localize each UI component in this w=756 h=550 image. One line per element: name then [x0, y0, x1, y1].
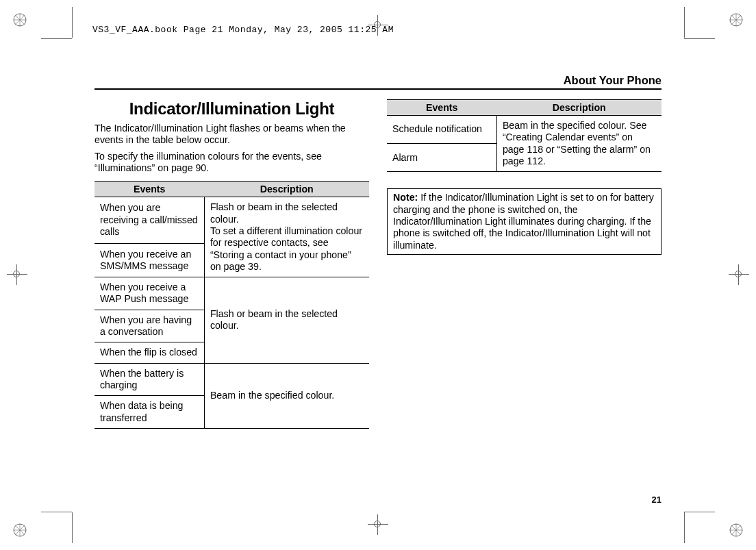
crop-hairline-icon: [41, 38, 72, 39]
crop-hairline-icon: [684, 7, 685, 38]
event-cell: When the flip is closed: [94, 342, 204, 363]
event-cell: Alarm: [387, 144, 496, 172]
description-cell: Flash or beam in the selected colour.: [204, 277, 369, 364]
page-content: About Your Phone Indicator/Illumination …: [94, 74, 662, 502]
note-body: If the Indicator/Illumination Light is s…: [393, 192, 654, 250]
event-cell: When you are receiving a call/missed cal…: [94, 197, 204, 243]
note-label: Note:: [393, 192, 418, 203]
crop-mark-icon: [7, 264, 27, 285]
events-table-left: Events Description When you are receivin…: [94, 181, 369, 429]
page-heading: Indicator/Illumination Light: [94, 99, 369, 118]
description-cell: Flash or beam in the selected colour. To…: [204, 197, 369, 277]
description-cell: Beam in the specified colour. See “Creat…: [496, 116, 662, 172]
intro-paragraph: The Indicator/Illumination Light flashes…: [94, 123, 369, 147]
registration-mark-icon: [729, 523, 744, 538]
note-box: Note: If the Indicator/Illumination Ligh…: [387, 188, 662, 255]
page-number: 21: [652, 495, 662, 505]
registration-mark-icon: [729, 12, 744, 27]
table-header-description: Description: [204, 182, 369, 197]
event-cell: When you receive an SMS/MMS message: [94, 243, 204, 277]
crop-hairline-icon: [72, 512, 73, 543]
crop-mark-icon: [729, 264, 749, 285]
table-header-description: Description: [496, 100, 662, 116]
right-column: Events Description Schedule notification…: [387, 99, 662, 429]
event-cell: When you are having a conversation: [94, 310, 204, 342]
event-cell: When you receive a WAP Push message: [94, 277, 204, 310]
crop-hairline-icon: [684, 512, 685, 543]
left-column: Indicator/Illumination Light The Indicat…: [94, 99, 369, 429]
section-header: About Your Phone: [94, 74, 662, 90]
event-cell: When data is being transferred: [94, 396, 204, 429]
events-table-right: Events Description Schedule notification…: [387, 99, 662, 172]
event-cell: Schedule notification: [387, 116, 496, 144]
crop-hairline-icon: [72, 7, 73, 38]
intro-paragraph: To specify the illumination colours for …: [94, 151, 369, 175]
registration-mark-icon: [12, 523, 27, 538]
crop-hairline-icon: [684, 38, 715, 39]
crop-hairline-icon: [41, 512, 72, 512]
crop-hairline-icon: [684, 512, 715, 512]
event-cell: When the battery is charging: [94, 363, 204, 396]
document-header-line: VS3_VF_AAA.book Page 21 Monday, May 23, …: [92, 25, 394, 35]
registration-mark-icon: [12, 12, 27, 27]
table-header-events: Events: [387, 100, 496, 116]
description-cell: Beam in the specified colour.: [204, 363, 369, 428]
crop-mark-icon: [368, 514, 388, 535]
table-header-events: Events: [94, 182, 204, 197]
